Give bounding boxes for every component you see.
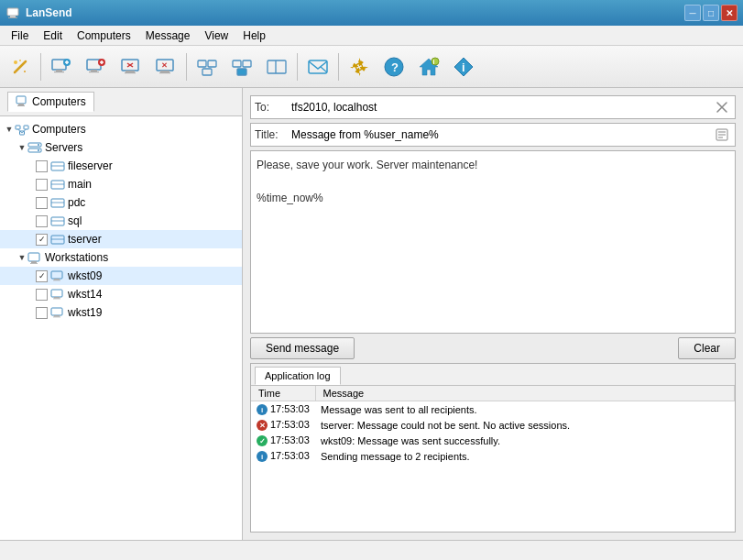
- svg-rect-32: [202, 69, 212, 75]
- app-title: LanSend: [26, 6, 684, 19]
- add-computer2-button[interactable]: [80, 50, 113, 83]
- to-label: To:: [255, 101, 288, 114]
- help-circle-icon: ?: [383, 56, 405, 78]
- svg-rect-17: [89, 71, 99, 72]
- fileserver-checkbox[interactable]: [36, 160, 48, 172]
- tree-item-main[interactable]: main: [0, 175, 242, 193]
- servers-arrow: ▼: [16, 142, 27, 153]
- panel-tab-area: Computers: [0, 88, 242, 116]
- svg-point-8: [19, 60, 21, 61]
- wkst19-checkbox[interactable]: [36, 307, 48, 319]
- message-body[interactable]: Please, save your work. Server maintenan…: [250, 150, 736, 334]
- svg-text:✕: ✕: [161, 61, 168, 70]
- main-checkbox[interactable]: [36, 179, 48, 191]
- to-clear-button[interactable]: [713, 98, 731, 116]
- remove-computer2-button[interactable]: ✕: [149, 50, 182, 83]
- close-button[interactable]: ✕: [721, 5, 738, 21]
- group2-icon: [231, 56, 253, 78]
- fileserver-label: fileserver: [68, 159, 113, 172]
- svg-rect-60: [51, 162, 64, 170]
- wkst09-icon: [50, 269, 65, 282]
- group-button2[interactable]: [225, 50, 258, 83]
- tree-item-wkst09[interactable]: wkst09: [0, 267, 242, 285]
- wkst09-label: wkst09: [68, 269, 102, 282]
- menu-help[interactable]: Help: [235, 27, 273, 44]
- computer-tree: ▼ Computers ▼ Serve: [0, 116, 242, 540]
- log-time: i17:53:03: [251, 448, 315, 464]
- svg-rect-23: [125, 72, 136, 73]
- info-button[interactable]: i: [447, 50, 480, 83]
- tree-item-pdc[interactable]: pdc: [0, 193, 242, 212]
- menu-computers[interactable]: Computers: [70, 27, 138, 44]
- svg-rect-70: [28, 253, 39, 261]
- title-input[interactable]: [291, 128, 709, 141]
- main-label: main: [68, 178, 92, 191]
- svg-rect-73: [51, 271, 62, 279]
- svg-point-4: [14, 60, 17, 64]
- log-message: wkst09: Message was sent successfully.: [315, 433, 735, 448]
- remove-computer-icon: [120, 56, 142, 78]
- log-status-icon: ✓: [257, 435, 268, 446]
- fileserver-icon: [50, 159, 65, 172]
- svg-rect-72: [30, 263, 38, 264]
- svg-rect-38: [309, 60, 327, 73]
- tree-item-wkst19[interactable]: wkst19: [0, 303, 242, 322]
- add-computer-button[interactable]: [45, 50, 78, 83]
- svg-rect-78: [53, 299, 60, 300]
- log-tab[interactable]: Application log: [255, 367, 341, 385]
- sql-checkbox[interactable]: [36, 215, 48, 227]
- settings-button[interactable]: [343, 50, 376, 83]
- svg-rect-10: [56, 70, 62, 71]
- menu-edit[interactable]: Edit: [36, 27, 70, 44]
- tserver-checkbox[interactable]: [36, 234, 48, 246]
- group-button1[interactable]: [191, 50, 224, 83]
- info-diamond-icon: i: [453, 56, 475, 78]
- to-row: To:: [250, 95, 736, 119]
- menu-message[interactable]: Message: [138, 27, 198, 44]
- tree-item-fileserver[interactable]: fileserver: [0, 157, 242, 175]
- svg-rect-31: [208, 60, 216, 67]
- svg-rect-22: [126, 71, 135, 72]
- wkst14-icon: [50, 288, 65, 301]
- workstations-arrow: ▼: [16, 252, 27, 263]
- log-content: Time Message i17:53:03Message was sent t…: [251, 386, 735, 532]
- wkst09-checkbox[interactable]: [36, 270, 48, 282]
- minimize-button[interactable]: ─: [684, 5, 701, 21]
- sep4: [338, 53, 339, 81]
- svg-rect-33: [233, 60, 241, 67]
- tree-group-servers[interactable]: ▼ Servers: [0, 138, 242, 157]
- home-button[interactable]: i: [412, 50, 445, 83]
- help-button[interactable]: ?: [377, 50, 410, 83]
- group1-icon: [196, 56, 218, 78]
- log-message: tserver: Message could not be sent. No a…: [315, 417, 735, 433]
- group-button3[interactable]: [260, 50, 293, 83]
- svg-point-58: [38, 144, 39, 146]
- clear-button[interactable]: Clear: [678, 337, 736, 359]
- send-msg-button[interactable]: [301, 50, 334, 83]
- maximize-button[interactable]: □: [703, 5, 719, 21]
- wkst14-checkbox[interactable]: [36, 289, 48, 301]
- tree-item-wkst14[interactable]: wkst14: [0, 285, 242, 303]
- send-msg-icon: [307, 56, 329, 78]
- svg-text:?: ?: [391, 60, 399, 74]
- menu-view[interactable]: View: [197, 27, 235, 44]
- servers-icon: [27, 141, 42, 154]
- to-input[interactable]: [291, 101, 709, 114]
- title-format-button[interactable]: [713, 126, 731, 144]
- wand-button[interactable]: [4, 50, 37, 83]
- pdc-checkbox[interactable]: [36, 197, 48, 209]
- tree-item-tserver[interactable]: tserver: [0, 230, 242, 248]
- tree-item-sql[interactable]: sql: [0, 212, 242, 230]
- tree-group-workstations[interactable]: ▼ Workstations: [0, 248, 242, 267]
- tree-root[interactable]: ▼ Computers: [0, 120, 242, 138]
- computers-tab[interactable]: Computers: [7, 92, 94, 112]
- col-message: Message: [315, 386, 735, 401]
- send-message-button[interactable]: Send message: [250, 337, 355, 359]
- action-row: Send message Clear: [250, 337, 736, 359]
- menu-file[interactable]: File: [4, 27, 36, 44]
- remove-computer-button[interactable]: [115, 50, 148, 83]
- svg-rect-30: [198, 60, 206, 67]
- title-label: Title:: [255, 128, 288, 141]
- svg-rect-2: [8, 17, 17, 18]
- network-icon: [15, 123, 29, 136]
